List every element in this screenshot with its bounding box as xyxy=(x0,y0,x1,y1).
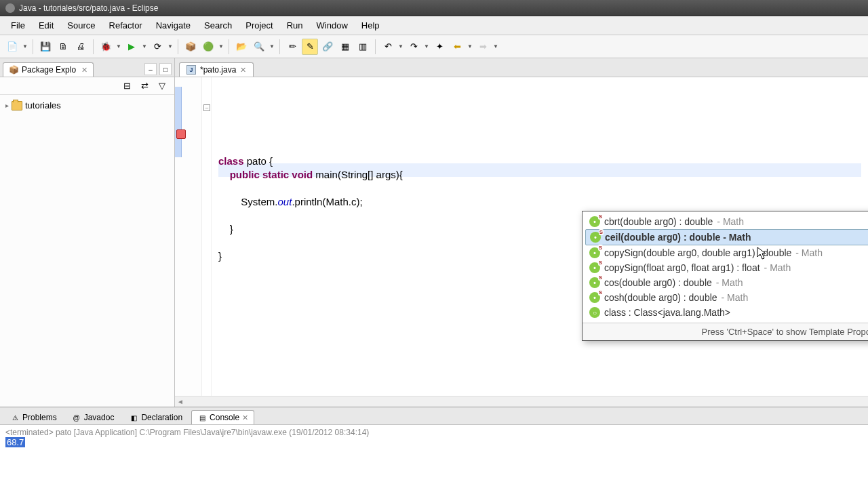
package-explorer-label: Package Explo xyxy=(22,65,76,75)
title-bar: Java - tutoriales/src/pato.java - Eclips… xyxy=(0,0,868,16)
save-button[interactable]: 💾 xyxy=(37,39,54,55)
declaration-icon: ◧ xyxy=(129,413,138,422)
close-tab-icon[interactable]: ✕ xyxy=(240,66,246,75)
completion-item[interactable]: •copySign(float arg0, float arg1) : floa… xyxy=(585,260,868,275)
maximize-view-button[interactable]: □ xyxy=(159,63,172,75)
open-type-button[interactable]: 📂 xyxy=(233,39,250,55)
toolbar: 📄▼ 💾 🗎 🖨 🐞▼ ▶▼ ⟳▼ 📦 🟢▼ 📂 🔍▼ ✏ ✎ 🔗 ▦ ▥ ↶▼… xyxy=(0,35,868,58)
view-menu-button[interactable]: ▽ xyxy=(155,79,169,93)
editor-tab[interactable]: J *pato.java ✕ xyxy=(179,62,254,77)
completion-list[interactable]: •cbrt(double arg0) : double - Math•ceil(… xyxy=(583,211,868,323)
static-method-icon: • xyxy=(590,232,601,243)
new-type-dropdown[interactable]: ▼ xyxy=(218,43,224,49)
menu-run[interactable]: Run xyxy=(280,18,310,33)
toggle-mark-button[interactable]: ✏ xyxy=(284,39,300,55)
fold-column: – xyxy=(202,77,212,396)
error-marker-icon[interactable] xyxy=(176,129,186,139)
editor-gutter xyxy=(175,77,202,396)
code-line[interactable]: public static void main(String[] args){ xyxy=(218,168,861,182)
static-method-icon: • xyxy=(589,216,600,227)
prev-annotation-dropdown[interactable]: ▼ xyxy=(397,43,404,49)
menu-edit[interactable]: Edit xyxy=(32,18,60,33)
run-button[interactable]: ▶ xyxy=(123,39,140,55)
menu-search[interactable]: Search xyxy=(197,18,239,33)
completion-item[interactable]: •cos(double arg0) : double - Math xyxy=(585,275,868,290)
completion-item[interactable]: •cosh(double arg0) : double - Math xyxy=(585,290,868,305)
bookmark-button[interactable]: ✦ xyxy=(431,39,448,55)
completion-item[interactable]: ○class : Class<java.lang.Math> xyxy=(585,305,868,320)
completion-item[interactable]: •copySign(double arg0, double arg1) : do… xyxy=(585,245,868,260)
search-button[interactable]: 🔍 xyxy=(251,39,267,55)
project-folder-icon xyxy=(12,101,22,110)
expand-icon[interactable]: ▸ xyxy=(5,102,9,109)
menu-navigate[interactable]: Navigate xyxy=(149,18,197,33)
highlight-button[interactable]: ✎ xyxy=(302,39,318,55)
minimize-view-button[interactable]: – xyxy=(144,63,157,75)
forward-button[interactable]: ➡ xyxy=(475,39,491,55)
menu-refactor[interactable]: Refactor xyxy=(102,18,149,33)
new-dropdown[interactable]: ▼ xyxy=(22,43,28,49)
next-annotation-dropdown[interactable]: ▼ xyxy=(423,43,430,49)
prev-annotation-button[interactable]: ↶ xyxy=(380,39,396,55)
new-button[interactable]: 📄 xyxy=(4,39,20,55)
menu-source[interactable]: Source xyxy=(60,18,102,33)
menu-help[interactable]: Help xyxy=(355,18,387,33)
run-dropdown[interactable]: ▼ xyxy=(141,43,148,49)
outline-button[interactable]: ▦ xyxy=(337,39,353,55)
completion-signature: ceil(double arg0) : double - Math xyxy=(605,232,751,243)
forward-dropdown[interactable]: ▼ xyxy=(492,43,499,49)
completion-origin: - Math xyxy=(795,247,823,258)
tab-problems[interactable]: ⚠Problems xyxy=(4,410,63,424)
console-view[interactable]: <terminated> pato [Java Application] C:\… xyxy=(0,425,868,488)
package-explorer-tab[interactable]: 📦 Package Explo ✕ xyxy=(3,62,94,77)
tab-declaration[interactable]: ◧Declaration xyxy=(123,410,189,424)
back-button[interactable]: ⬅ xyxy=(449,39,465,55)
tab-label: Javadoc xyxy=(84,413,115,422)
task-button[interactable]: ▥ xyxy=(355,39,371,55)
new-class-button[interactable]: 🟢 xyxy=(200,39,216,55)
fold-toggle-icon[interactable]: – xyxy=(203,104,210,111)
print-button[interactable]: 🖨 xyxy=(73,39,89,55)
close-view-icon[interactable]: ✕ xyxy=(79,66,87,75)
debug-button[interactable]: 🐞 xyxy=(98,39,114,55)
menu-bar: FileEditSourceRefactorNavigateSearchProj… xyxy=(0,16,868,35)
menu-project[interactable]: Project xyxy=(239,18,279,33)
debug-dropdown[interactable]: ▼ xyxy=(115,43,122,49)
code-line[interactable]: class pato { xyxy=(218,155,861,168)
link-editor-button[interactable]: ⇄ xyxy=(138,79,151,93)
tab-javadoc[interactable]: @Javadoc xyxy=(66,410,121,424)
scroll-left-icon[interactable]: ◄ xyxy=(175,398,186,405)
new-package-button[interactable]: 📦 xyxy=(182,39,199,55)
package-explorer-icon: 📦 xyxy=(9,65,19,75)
code-line[interactable] xyxy=(218,182,861,195)
completion-origin: - Math xyxy=(764,262,791,273)
tab-label: Declaration xyxy=(141,413,182,422)
project-tree[interactable]: ▸ tutoriales xyxy=(0,95,174,116)
completion-item[interactable]: •cbrt(double arg0) : double - Math xyxy=(585,214,868,229)
horizontal-scrollbar[interactable]: ◄ xyxy=(175,396,868,407)
menu-window[interactable]: Window xyxy=(310,18,355,33)
run-last-button[interactable]: ⟳ xyxy=(149,39,165,55)
link-button[interactable]: 🔗 xyxy=(319,39,336,55)
project-label: tutoriales xyxy=(25,100,61,110)
javadoc-icon: @ xyxy=(72,413,81,422)
search-dropdown[interactable]: ▼ xyxy=(269,43,275,49)
tab-console[interactable]: ▤Console ✕ xyxy=(191,410,254,424)
project-node[interactable]: ▸ tutoriales xyxy=(5,99,169,112)
tab-label: Console xyxy=(210,413,239,422)
menu-file[interactable]: File xyxy=(4,18,32,33)
next-annotation-button[interactable]: ↷ xyxy=(406,39,422,55)
tab-label: Problems xyxy=(22,413,57,422)
code-line[interactable]: System.out.println(Math.c); xyxy=(218,195,861,209)
static-method-icon: • xyxy=(589,247,600,258)
collapse-all-button[interactable]: ⊟ xyxy=(120,79,134,93)
completion-origin: - Math xyxy=(722,292,749,303)
back-dropdown[interactable]: ▼ xyxy=(467,43,473,49)
save-all-button[interactable]: 🗎 xyxy=(55,39,71,55)
close-tab-icon[interactable]: ✕ xyxy=(242,413,248,422)
completion-signature: copySign(float arg0, float arg1) : float xyxy=(604,262,760,273)
completion-item[interactable]: •ceil(double arg0) : double - Math xyxy=(585,229,868,245)
console-icon: ▤ xyxy=(197,413,207,422)
run-last-dropdown[interactable]: ▼ xyxy=(167,43,174,49)
static-method-icon: • xyxy=(589,262,600,273)
